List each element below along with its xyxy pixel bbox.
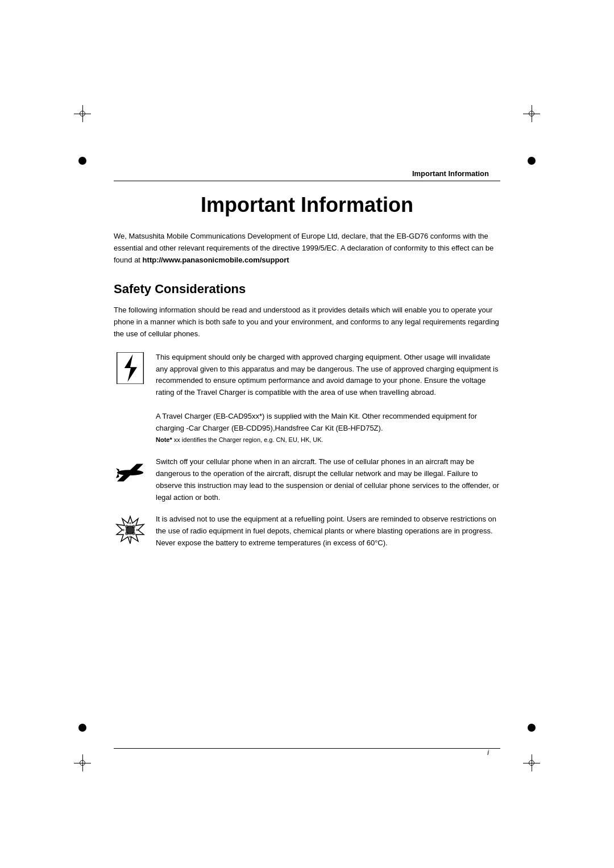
page-number: i <box>487 749 489 757</box>
page-title: Important Information <box>114 193 500 217</box>
airplane-icon-container <box>114 456 147 489</box>
safety-section-title: Safety Considerations <box>114 282 500 297</box>
black-dot-bottom-right <box>528 724 536 732</box>
blast-icon-container <box>114 514 147 546</box>
airplane-text: Switch off your cellular phone when in a… <box>156 456 500 503</box>
svg-point-16 <box>132 532 135 535</box>
svg-point-14 <box>132 525 135 528</box>
svg-point-13 <box>125 525 128 528</box>
main-content: Important Information We, Matsushita Mob… <box>114 193 500 560</box>
charging-block: This equipment should only be charged wi… <box>114 352 500 446</box>
black-dot-bottom-left <box>78 724 86 732</box>
header-rule <box>114 181 500 181</box>
blast-text: It is advised not to use the equipment a… <box>156 514 500 549</box>
lightning-bolt-icon <box>116 352 144 384</box>
black-dot-top-right <box>528 157 536 165</box>
charging-text: This equipment should only be charged wi… <box>156 352 500 446</box>
airplane-block: Switch off your cellular phone when in a… <box>114 456 500 503</box>
intro-url: http://www.panasonicmobile.com/support <box>143 256 289 264</box>
footer-rule <box>114 748 500 749</box>
lightning-icon-container <box>114 352 147 385</box>
svg-point-20 <box>129 536 131 538</box>
reg-mark-top-right <box>523 105 540 122</box>
reg-mark-bottom-left <box>74 754 91 771</box>
intro-paragraph: We, Matsushita Mobile Communications Dev… <box>114 231 500 266</box>
safety-intro-text: The following information should be read… <box>114 304 500 340</box>
svg-point-6 <box>117 470 143 475</box>
page: Important Information Important Informat… <box>0 0 614 868</box>
note-text: Note* xx identifies the Charger region, … <box>156 436 323 443</box>
airplane-icon <box>115 458 146 487</box>
svg-point-18 <box>136 529 138 531</box>
reg-mark-bottom-right <box>523 754 540 771</box>
explosion-icon <box>115 515 145 545</box>
header-label: Important Information <box>412 169 489 178</box>
blast-block: It is advised not to use the equipment a… <box>114 514 500 549</box>
reg-mark-top-left <box>74 105 91 122</box>
black-dot-top-left <box>78 157 86 165</box>
svg-point-15 <box>125 532 128 535</box>
svg-point-19 <box>129 522 131 524</box>
svg-point-17 <box>122 529 125 531</box>
